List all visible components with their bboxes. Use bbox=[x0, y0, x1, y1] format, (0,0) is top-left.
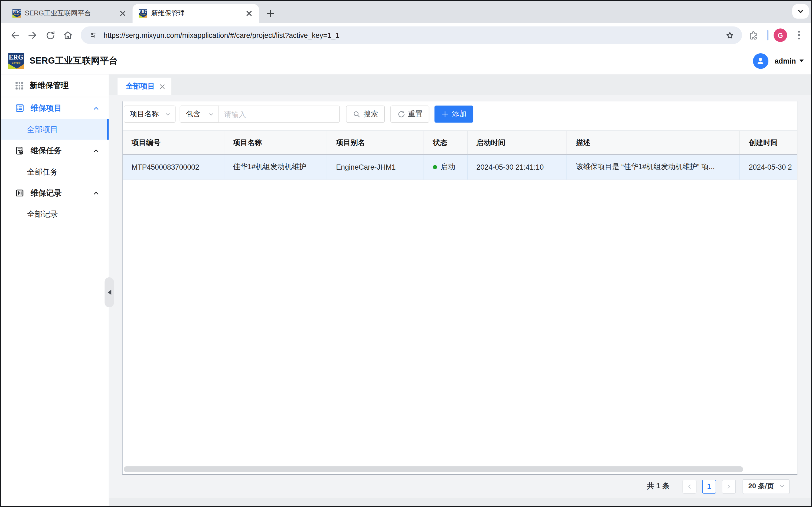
browser-tab-serg-platform[interactable]: ERG Sample SERG工业互联网平台 bbox=[6, 4, 133, 23]
operator-select[interactable]: 包含 bbox=[180, 106, 219, 122]
user-avatar-icon bbox=[753, 53, 768, 68]
status-dot-icon bbox=[433, 165, 437, 169]
chevron-left-icon bbox=[686, 483, 693, 490]
back-icon[interactable] bbox=[6, 26, 24, 44]
address-bar[interactable]: https://serg.mixyun.com/mixapplication/#… bbox=[81, 26, 742, 44]
logo-text: ERG bbox=[8, 53, 24, 61]
browser-menu-icon[interactable] bbox=[791, 27, 807, 43]
erg-favicon: ERG Sample bbox=[12, 9, 21, 17]
tab-search-button[interactable] bbox=[792, 4, 809, 19]
refresh-icon bbox=[397, 110, 405, 118]
search-icon bbox=[353, 110, 360, 118]
page-size-value: 20 条/页 bbox=[748, 482, 774, 491]
erg-favicon: ERG Sample bbox=[139, 9, 147, 17]
extensions-icon[interactable] bbox=[745, 27, 762, 43]
search-button-label: 搜索 bbox=[364, 109, 378, 118]
column-header: 启动时间 bbox=[468, 131, 567, 154]
app-body: 新维保管理 维保项目 全部项目 维保任务 全部任务 维保记录 bbox=[0, 74, 812, 507]
page-size-select[interactable]: 20 条/页 bbox=[743, 479, 790, 494]
chevron-down-icon bbox=[165, 111, 171, 117]
cell-project-alias: EngineCare-JHM1 bbox=[327, 155, 424, 180]
tab-title: 新维保管理 bbox=[151, 9, 244, 18]
content-panel: 项目名称 包含 搜索 重置 bbox=[122, 102, 797, 475]
sidebar-collapse-handle[interactable] bbox=[104, 277, 114, 307]
user-menu[interactable]: admin bbox=[753, 53, 804, 68]
sidebar-item-all-projects[interactable]: 全部项目 bbox=[0, 119, 109, 140]
page-tab-strip: 全部项目 bbox=[109, 74, 812, 95]
field-select[interactable]: 项目名称 bbox=[124, 106, 175, 122]
page-title: SERG工业互联网平台 bbox=[30, 55, 118, 67]
erg-logo: ERG Sample bbox=[8, 53, 24, 68]
reload-icon[interactable] bbox=[41, 26, 59, 44]
browser-profile-avatar[interactable]: G bbox=[773, 29, 787, 42]
cell-project-code: MTP4500083700002 bbox=[123, 155, 224, 180]
page-tab-all-projects[interactable]: 全部项目 bbox=[117, 78, 171, 95]
status-badge: 启动 bbox=[441, 163, 455, 172]
next-page-button[interactable] bbox=[722, 480, 736, 494]
browser-window: ERG Sample SERG工业互联网平台 ERG Sample 新维保管理 bbox=[0, 0, 812, 507]
column-header: 项目名称 bbox=[224, 131, 327, 154]
sidebar-item-label: 全部任务 bbox=[27, 167, 58, 177]
table-empty-area bbox=[123, 180, 797, 465]
projects-table: 项目编号 项目名称 项目别名 状态 启动时间 描述 创建时间 MTP450008… bbox=[123, 130, 797, 180]
sidebar-item-label: 全部记录 bbox=[27, 209, 58, 219]
chevron-down-icon bbox=[779, 483, 785, 490]
cell-start-time: 2024-05-30 21:41:10 bbox=[468, 155, 567, 180]
sidebar-item-all-tasks[interactable]: 全部任务 bbox=[0, 162, 109, 182]
task-doc-icon bbox=[15, 146, 24, 155]
column-header: 描述 bbox=[567, 131, 740, 154]
tab-title: SERG工业互联网平台 bbox=[25, 9, 118, 18]
cell-project-name: 佳华1#机组发动机维护 bbox=[224, 155, 327, 180]
page-tab-close-icon[interactable] bbox=[159, 83, 165, 89]
browser-tab-maintenance[interactable]: ERG Sample 新维保管理 bbox=[133, 4, 259, 23]
main-content: 全部项目 项目名称 包含 bbox=[109, 74, 812, 507]
operator-select-value: 包含 bbox=[186, 109, 201, 118]
sidebar-item-label: 全部项目 bbox=[27, 124, 58, 134]
search-button[interactable]: 搜索 bbox=[346, 106, 385, 122]
scrollbar-thumb[interactable] bbox=[124, 466, 743, 472]
add-button[interactable]: 添加 bbox=[435, 106, 473, 122]
reset-button[interactable]: 重置 bbox=[391, 106, 429, 122]
sidebar-group-label: 维保记录 bbox=[31, 188, 62, 198]
sidebar-group-label: 维保项目 bbox=[31, 103, 62, 113]
sidebar: 新维保管理 维保项目 全部项目 维保任务 全部任务 维保记录 bbox=[0, 74, 109, 507]
url-text: https://serg.mixyun.com/mixapplication/#… bbox=[104, 31, 340, 40]
sidebar-group-records[interactable]: 维保记录 bbox=[0, 182, 109, 204]
column-header: 状态 bbox=[424, 131, 468, 154]
tab-close-icon[interactable] bbox=[118, 9, 127, 18]
home-icon[interactable] bbox=[59, 26, 77, 44]
horizontal-scrollbar bbox=[123, 464, 797, 474]
sidebar-group-label: 维保任务 bbox=[31, 146, 62, 155]
browser-toolbar: https://serg.mixyun.com/mixapplication/#… bbox=[0, 23, 812, 48]
chevron-down-icon bbox=[208, 111, 214, 117]
table-header-row: 项目编号 项目名称 项目别名 状态 启动时间 描述 创建时间 bbox=[123, 131, 797, 155]
site-settings-icon[interactable] bbox=[87, 29, 99, 41]
forward-icon[interactable] bbox=[24, 26, 41, 44]
sidebar-group-tasks[interactable]: 维保任务 bbox=[0, 139, 109, 161]
record-icon bbox=[15, 188, 24, 198]
triangle-left-icon bbox=[107, 290, 111, 295]
chevron-up-icon[interactable] bbox=[92, 189, 100, 197]
filter-value-input[interactable] bbox=[219, 106, 340, 122]
tab-close-icon[interactable] bbox=[245, 9, 254, 18]
table-row[interactable]: MTP4500083700002 佳华1#机组发动机维护 EngineCare-… bbox=[123, 155, 797, 180]
cell-status: 启动 bbox=[424, 155, 468, 180]
sidebar-app-title: 新维保管理 bbox=[0, 74, 109, 97]
chevron-down-icon bbox=[800, 60, 804, 62]
chevron-right-icon bbox=[725, 483, 732, 490]
apps-grid-icon bbox=[15, 82, 23, 90]
sidebar-group-projects[interactable]: 维保项目 bbox=[0, 97, 109, 119]
bookmark-star-icon[interactable] bbox=[722, 28, 737, 43]
chevron-up-icon[interactable] bbox=[92, 104, 100, 112]
project-list-icon bbox=[15, 104, 24, 113]
sidebar-app-title-label: 新维保管理 bbox=[30, 80, 68, 90]
column-header: 创建时间 bbox=[740, 131, 797, 154]
sidebar-item-all-records[interactable]: 全部记录 bbox=[0, 204, 109, 225]
new-tab-button[interactable] bbox=[263, 6, 278, 21]
username-label: admin bbox=[775, 57, 796, 65]
chevron-up-icon[interactable] bbox=[92, 147, 100, 155]
cell-create-time: 2024-05-30 2 bbox=[740, 155, 797, 180]
prev-page-button[interactable] bbox=[682, 480, 697, 494]
toolbar-separator bbox=[767, 30, 768, 40]
page-number-button[interactable]: 1 bbox=[702, 480, 716, 494]
